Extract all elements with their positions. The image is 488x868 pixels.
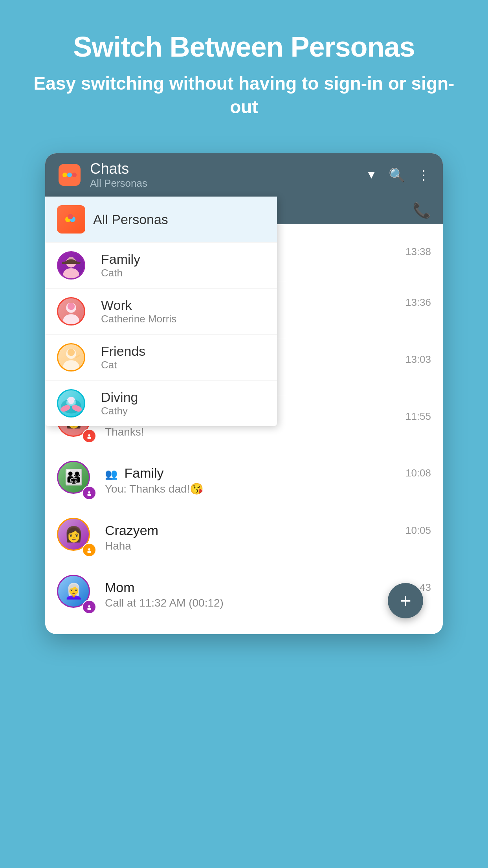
svg-point-6 bbox=[68, 214, 73, 219]
fab-button[interactable]: + bbox=[388, 583, 423, 618]
family-group-chat-info: 👥 Family 10:08 You: Thanks dad!😘 bbox=[105, 465, 431, 495]
dropdown-item-family[interactable]: Family Cath bbox=[45, 243, 277, 289]
family-group-name: 👥 Family bbox=[105, 465, 164, 481]
partial-chat-2-time: 13:36 bbox=[405, 296, 431, 309]
mom-message: Call at 11:32 AM (00:12) bbox=[105, 597, 431, 609]
svg-point-37 bbox=[87, 607, 91, 610]
svg-point-13 bbox=[68, 303, 75, 310]
svg-rect-10 bbox=[62, 262, 81, 264]
appbar-subtitle: All Personas bbox=[90, 177, 366, 189]
diving-sub: Cathy bbox=[101, 405, 138, 417]
hero-subtitle: Easy switching without having to sign-in… bbox=[0, 72, 488, 119]
more-options-icon[interactable]: ⋮ bbox=[417, 167, 431, 183]
svg-point-32 bbox=[88, 491, 90, 494]
svg-line-17 bbox=[76, 355, 80, 358]
emily-time: 11:55 bbox=[405, 410, 431, 423]
svg-point-3 bbox=[72, 173, 77, 177]
svg-point-34 bbox=[88, 548, 90, 551]
family-sub: Cath bbox=[101, 267, 140, 279]
diving-avatar bbox=[57, 389, 85, 417]
svg-point-12 bbox=[63, 314, 79, 326]
family-label: Family bbox=[101, 252, 140, 267]
crazyem-avatar-wrap: 👩 bbox=[57, 518, 96, 557]
svg-point-2 bbox=[67, 173, 72, 177]
work-sub: Catherine Morris bbox=[101, 313, 176, 325]
emily-message: Thanks! bbox=[105, 426, 431, 438]
crazyem-message: Haha bbox=[105, 540, 431, 552]
svg-point-30 bbox=[88, 434, 90, 437]
diving-label: Diving bbox=[101, 390, 138, 405]
chat-item-crazyem[interactable]: 👩 Crazyem 10:05 Haha bbox=[45, 509, 443, 566]
svg-point-36 bbox=[88, 605, 90, 608]
dropdown-item-work[interactable]: Work Catherine Morris bbox=[45, 289, 277, 335]
app-logo bbox=[57, 162, 82, 188]
partial-chat-1-time: 13:38 bbox=[405, 246, 431, 258]
all-personas-label: All Personas bbox=[93, 212, 168, 227]
svg-point-1 bbox=[62, 173, 67, 177]
mom-time: 43 bbox=[420, 581, 431, 594]
top-bar: Chats All Personas ▼ 🔍 ⋮ bbox=[45, 153, 443, 197]
mom-name: Mom bbox=[105, 580, 135, 595]
search-icon[interactable]: 🔍 bbox=[389, 167, 405, 183]
mom-chat-info: Mom 43 Call at 11:32 AM (00:12) bbox=[105, 580, 431, 609]
all-personas-icon bbox=[57, 205, 85, 234]
dropdown-toggle[interactable]: ▼ bbox=[366, 169, 377, 181]
work-label: Work bbox=[101, 298, 176, 313]
family-group-message: You: Thanks dad!😘 bbox=[105, 482, 431, 495]
mom-avatar-wrap: 👩‍🦳 bbox=[57, 575, 96, 614]
svg-point-15 bbox=[63, 360, 79, 371]
bro-time: 13:03 bbox=[405, 353, 431, 366]
friends-sub: Cat bbox=[101, 359, 145, 371]
group-icon: 👥 bbox=[105, 468, 117, 480]
family-avatar bbox=[57, 251, 85, 280]
chat-item-family-group[interactable]: 👨‍👩‍👧 👥 Family 10:08 You: Thanks dad!😘 bbox=[45, 452, 443, 509]
dropdown-item-friends[interactable]: Friends Cat bbox=[45, 335, 277, 381]
crazyem-chat-info: Crazyem 10:05 Haha bbox=[105, 523, 431, 552]
friends-label: Friends bbox=[101, 344, 145, 359]
crazyem-time: 10:05 bbox=[405, 524, 431, 537]
hero-title: Switch Between Personas bbox=[0, 0, 488, 63]
svg-point-31 bbox=[87, 436, 91, 439]
svg-point-35 bbox=[87, 550, 91, 553]
svg-point-33 bbox=[87, 493, 91, 496]
persona-dropdown: All Personas Family Cath bbox=[45, 197, 277, 426]
svg-point-8 bbox=[63, 268, 79, 280]
appbar-title: Chats bbox=[90, 160, 366, 177]
chat-item-mom[interactable]: 👩‍🦳 Mom 43 Call at 11:32 AM (00:12) bbox=[45, 566, 443, 634]
dropdown-item-diving[interactable]: Diving Cathy bbox=[45, 381, 277, 426]
phone-tab-icon[interactable]: 📞 bbox=[413, 202, 431, 219]
friends-avatar bbox=[57, 343, 85, 371]
app-container: Chats All Personas ▼ 🔍 ⋮ 📞 All Personas bbox=[45, 153, 443, 634]
top-bar-text: Chats All Personas bbox=[90, 160, 366, 189]
family-group-avatar-wrap: 👨‍👩‍👧 bbox=[57, 461, 96, 500]
family-group-time: 10:08 bbox=[405, 467, 431, 479]
dropdown-item-all[interactable]: All Personas bbox=[45, 197, 277, 243]
svg-point-21 bbox=[68, 398, 74, 404]
work-avatar bbox=[57, 297, 85, 326]
crazyem-name: Crazyem bbox=[105, 523, 158, 538]
svg-point-16 bbox=[68, 349, 75, 356]
top-bar-icons: ▼ 🔍 ⋮ bbox=[366, 167, 431, 183]
